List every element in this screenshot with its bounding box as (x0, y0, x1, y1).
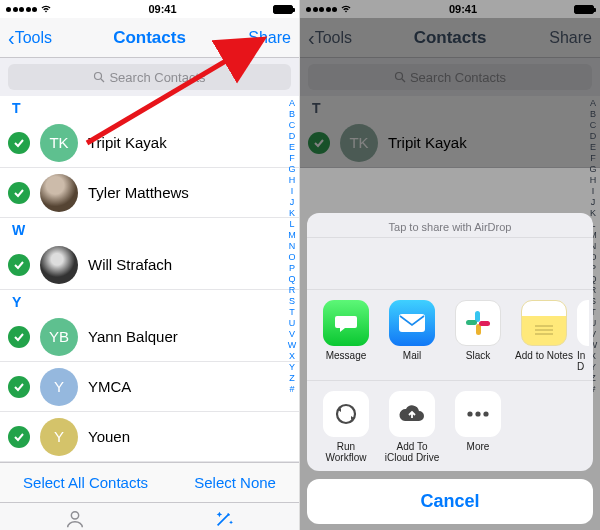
share-button[interactable]: Share (235, 29, 291, 47)
index-letter[interactable]: D (289, 131, 296, 142)
index-letter[interactable]: E (289, 142, 295, 153)
contact-row[interactable]: Y Youen (0, 412, 299, 462)
check-icon[interactable] (8, 376, 30, 398)
check-icon[interactable] (8, 326, 30, 348)
svg-rect-8 (466, 320, 477, 325)
share-icloud[interactable]: Add To iCloud Drive (379, 391, 445, 463)
check-icon[interactable] (8, 426, 30, 448)
svg-rect-10 (479, 321, 490, 326)
contact-row[interactable]: YB Yann Balquer (0, 312, 299, 362)
page-title: Contacts (64, 28, 235, 48)
notes-icon (521, 300, 567, 346)
index-letter[interactable]: C (289, 120, 296, 131)
back-button[interactable]: ‹ Tools (8, 29, 64, 47)
more-icon (455, 391, 501, 437)
share-row-apps[interactable]: Message Mail Slack Add to Notes (307, 290, 593, 380)
index-letter[interactable]: S (289, 296, 295, 307)
wand-icon (213, 508, 235, 530)
share-more[interactable]: More (445, 391, 511, 463)
icloud-icon (389, 391, 435, 437)
check-icon[interactable] (8, 132, 30, 154)
cancel-button[interactable]: Cancel (307, 479, 593, 524)
signal-dots-icon (6, 7, 37, 12)
tab-contacts[interactable]: Contacts (0, 503, 150, 530)
status-bar: 09:41 (0, 0, 299, 18)
index-letter[interactable]: A (289, 98, 295, 109)
index-strip[interactable]: ABCDEFGHIJKLMNOPQRSTUVWXYZ# (286, 98, 298, 395)
contact-row[interactable]: Y YMCA (0, 362, 299, 412)
avatar: Y (40, 418, 78, 456)
index-letter[interactable]: H (289, 175, 296, 186)
section-header-t: T (0, 96, 299, 118)
svg-point-17 (483, 411, 488, 416)
avatar (40, 246, 78, 284)
avatar: Y (40, 368, 78, 406)
index-letter[interactable]: Y (289, 362, 295, 373)
airdrop-hint: Tap to share with AirDrop (307, 213, 593, 238)
index-letter[interactable]: X (289, 351, 295, 362)
select-none-button[interactable]: Select None (194, 474, 276, 491)
back-label: Tools (15, 29, 52, 47)
index-letter[interactable]: R (289, 285, 296, 296)
phone-left: 09:41 ‹ Tools Contacts Share Search Cont… (0, 0, 300, 530)
share-sheet: Tap to share with AirDrop Message Mail S… (307, 213, 593, 524)
svg-point-0 (95, 73, 102, 80)
search-placeholder: Search Contacts (109, 70, 205, 85)
index-letter[interactable]: B (289, 109, 295, 120)
section-header-y: Y (0, 290, 299, 312)
index-letter[interactable]: L (289, 219, 294, 230)
contact-name: Yann Balquer (88, 328, 293, 345)
status-time: 09:41 (148, 3, 176, 15)
share-slack[interactable]: Slack (445, 300, 511, 372)
section-header-w: W (0, 218, 299, 240)
index-letter[interactable]: F (289, 153, 295, 164)
share-message[interactable]: Message (313, 300, 379, 372)
index-letter[interactable]: V (289, 329, 295, 340)
index-letter[interactable]: I (291, 186, 294, 197)
tab-tools[interactable]: Tools (150, 503, 300, 530)
contact-row[interactable]: TK Tripit Kayak (0, 118, 299, 168)
svg-point-2 (71, 512, 78, 519)
index-letter[interactable]: T (289, 307, 295, 318)
message-icon (323, 300, 369, 346)
index-letter[interactable]: Q (288, 274, 295, 285)
share-row-actions[interactable]: Run Workflow Add To iCloud Drive More (307, 380, 593, 471)
check-icon[interactable] (8, 182, 30, 204)
battery-icon (273, 5, 293, 14)
index-letter[interactable]: # (289, 384, 294, 395)
index-letter[interactable]: W (288, 340, 297, 351)
contact-row[interactable]: Tyler Matthews (0, 168, 299, 218)
airdrop-area[interactable] (307, 238, 593, 290)
contact-name: Will Strafach (88, 256, 293, 273)
svg-point-15 (467, 411, 472, 416)
share-partial[interactable]: In D (577, 300, 589, 372)
share-mail[interactable]: Mail (379, 300, 445, 372)
contact-row[interactable]: Will Strafach (0, 240, 299, 290)
index-letter[interactable]: O (288, 252, 295, 263)
index-letter[interactable]: P (289, 263, 295, 274)
index-letter[interactable]: G (288, 164, 295, 175)
index-letter[interactable]: K (289, 208, 295, 219)
select-bar: Select All Contacts Select None (0, 462, 299, 502)
partial-icon (577, 300, 589, 346)
index-letter[interactable]: Z (289, 373, 295, 384)
share-workflow[interactable]: Run Workflow (313, 391, 379, 463)
svg-rect-6 (399, 314, 425, 332)
index-letter[interactable]: M (288, 230, 296, 241)
index-letter[interactable]: J (290, 197, 295, 208)
check-icon[interactable] (8, 254, 30, 276)
contact-name: Tripit Kayak (88, 134, 293, 151)
index-letter[interactable]: N (289, 241, 296, 252)
phone-right: 09:41 ‹ Tools Contacts Share Search Cont… (300, 0, 600, 530)
tab-bar: Contacts Tools (0, 502, 299, 530)
index-letter[interactable]: U (289, 318, 296, 329)
search-bar: Search Contacts (0, 58, 299, 96)
contact-name: Youen (88, 428, 293, 445)
avatar: YB (40, 318, 78, 356)
mail-icon (389, 300, 435, 346)
search-input[interactable]: Search Contacts (8, 64, 291, 90)
share-notes[interactable]: Add to Notes (511, 300, 577, 372)
search-icon (93, 71, 105, 83)
select-all-button[interactable]: Select All Contacts (23, 474, 148, 491)
svg-point-14 (337, 405, 355, 423)
